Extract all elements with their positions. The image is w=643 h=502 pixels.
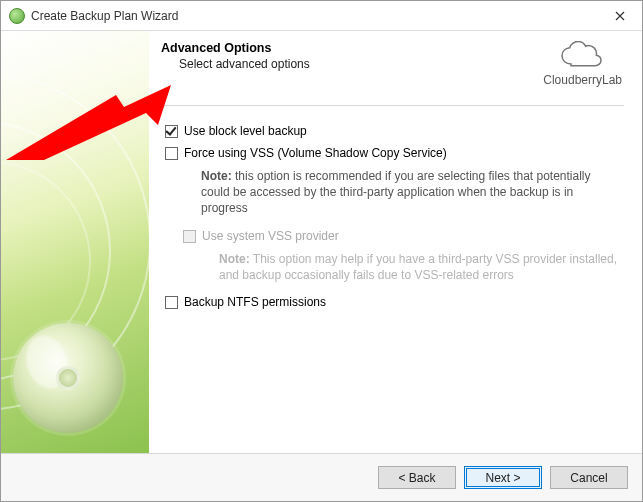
checkbox-system-vss [183,230,196,243]
checkbox-force-vss[interactable] [165,147,178,160]
option-label: Use system VSS provider [202,229,339,243]
checkbox-ntfs-permissions[interactable] [165,296,178,309]
brand: CloudberryLab [543,41,622,87]
footer-button-row: < Back Next > Cancel [1,453,642,501]
wizard-body: Advanced Options Select advanced options… [1,31,642,453]
title-bar: Create Backup Plan Wizard [1,1,642,31]
divider [161,105,624,106]
page-heading: Advanced Options [161,41,310,55]
close-icon [615,11,625,21]
cancel-button[interactable]: Cancel [550,466,628,489]
note-label: Note: [201,169,232,183]
close-button[interactable] [597,1,642,30]
option-block-level-backup[interactable]: Use block level backup [165,124,624,138]
disc-icon [13,323,123,433]
sidebar-decorative [1,31,149,453]
app-icon [9,8,25,24]
option-label: Backup NTFS permissions [184,295,326,309]
option-force-vss[interactable]: Force using VSS (Volume Shadow Copy Serv… [165,146,624,160]
option-system-vss: Use system VSS provider [183,229,624,243]
content-area: Advanced Options Select advanced options… [149,31,642,453]
brand-name: CloudberryLab [543,73,622,87]
next-button[interactable]: Next > [464,466,542,489]
back-button[interactable]: < Back [378,466,456,489]
option-label: Force using VSS (Volume Shadow Copy Serv… [184,146,447,160]
option-label: Use block level backup [184,124,307,138]
cloud-icon [557,41,609,71]
option-ntfs-permissions[interactable]: Backup NTFS permissions [165,295,624,309]
page-subheading: Select advanced options [161,57,310,71]
note-text: This option may help if you have a third… [219,252,617,282]
note-system-vss: Note: This option may help if you have a… [219,251,624,283]
note-text: this option is recommended if you are se… [201,169,591,215]
window-title: Create Backup Plan Wizard [31,9,178,23]
note-label: Note: [219,252,250,266]
note-force-vss: Note: this option is recommended if you … [201,168,611,217]
checkbox-block-level[interactable] [165,125,178,138]
